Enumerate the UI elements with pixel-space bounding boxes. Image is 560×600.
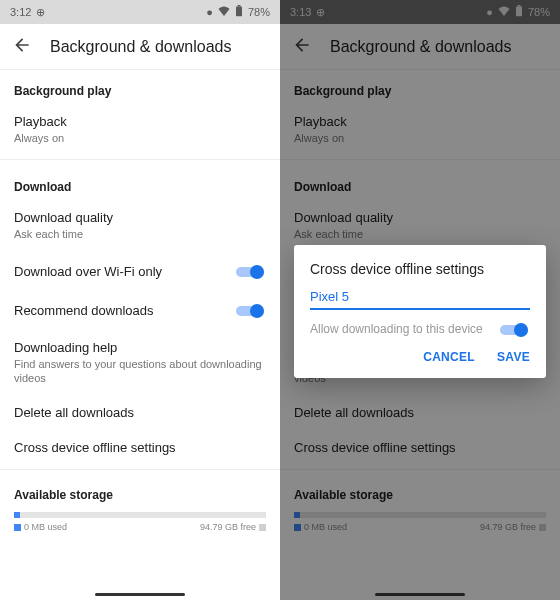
- screen-left: 3:12 ⊕ ● 78% Background & downloads Back…: [0, 0, 280, 600]
- allow-download-label: Allow downloading to this device: [310, 322, 483, 336]
- toggle-recommend[interactable]: [236, 303, 266, 317]
- svg-point-3: [250, 265, 264, 279]
- item-playback-title: Playback: [14, 114, 266, 129]
- cancel-button[interactable]: CANCEL: [423, 350, 475, 364]
- svg-point-13: [514, 323, 528, 337]
- item-playback[interactable]: Playback Always on: [0, 104, 280, 155]
- save-button[interactable]: SAVE: [497, 350, 530, 364]
- item-help-sub: Find answers to your questions about dow…: [14, 357, 266, 386]
- battery-icon: [235, 5, 243, 19]
- item-recommend[interactable]: Recommend downloads: [0, 291, 280, 330]
- dialog-title: Cross device offline settings: [310, 261, 530, 277]
- page-title: Background & downloads: [50, 38, 231, 56]
- storage-used-label: 0 MB used: [24, 522, 67, 532]
- nav-indicator[interactable]: [375, 593, 465, 596]
- item-cross-label: Cross device offline settings: [14, 440, 266, 455]
- back-icon[interactable]: [12, 35, 32, 59]
- header: Background & downloads: [0, 24, 280, 70]
- item-downloading-help[interactable]: Downloading help Find answers to your qu…: [0, 330, 280, 396]
- svg-rect-0: [236, 7, 242, 17]
- battery-pct: 78%: [248, 6, 270, 18]
- item-delete-label: Delete all downloads: [14, 405, 266, 420]
- dot-icon: ●: [206, 6, 213, 18]
- item-help-title: Downloading help: [14, 340, 266, 355]
- item-download-quality[interactable]: Download quality Ask each time: [0, 200, 280, 251]
- toggle-allow-download[interactable]: [500, 322, 530, 336]
- divider: [0, 469, 280, 470]
- section-download: Download: [0, 164, 280, 200]
- square-icon-gray: [259, 524, 266, 531]
- toggle-wifi[interactable]: [236, 264, 266, 278]
- item-wifi-label: Download over Wi-Fi only: [14, 264, 162, 279]
- storage-used-bar: [14, 512, 20, 518]
- section-storage: Available storage: [0, 474, 280, 508]
- section-background-play: Background play: [0, 70, 280, 104]
- nav-indicator[interactable]: [95, 593, 185, 596]
- svg-rect-1: [237, 5, 240, 7]
- item-wifi-only[interactable]: Download over Wi-Fi only: [0, 252, 280, 291]
- debug-icon: ⊕: [36, 6, 45, 19]
- storage-labels: 0 MB used 94.79 GB free: [0, 520, 280, 542]
- settings-content: Background play Playback Always on Downl…: [0, 70, 280, 542]
- cross-device-dialog: Cross device offline settings Allow down…: [294, 245, 546, 378]
- item-cross-device[interactable]: Cross device offline settings: [0, 430, 280, 465]
- item-delete-downloads[interactable]: Delete all downloads: [0, 395, 280, 430]
- item-dlq-sub: Ask each time: [14, 227, 266, 241]
- storage-bar: [14, 512, 266, 518]
- divider: [0, 159, 280, 160]
- status-bar: 3:12 ⊕ ● 78%: [0, 0, 280, 24]
- item-playback-sub: Always on: [14, 131, 266, 145]
- square-icon-blue: [14, 524, 21, 531]
- storage-free-label: 94.79 GB free: [200, 522, 256, 532]
- device-name-field[interactable]: [310, 287, 530, 310]
- item-recommend-label: Recommend downloads: [14, 303, 153, 318]
- item-dlq-title: Download quality: [14, 210, 266, 225]
- wifi-icon: [218, 6, 230, 18]
- svg-point-5: [250, 304, 264, 318]
- status-time: 3:12: [10, 6, 31, 18]
- screen-right: 3:13 ⊕ ● 78% Background & downloads Back…: [280, 0, 560, 600]
